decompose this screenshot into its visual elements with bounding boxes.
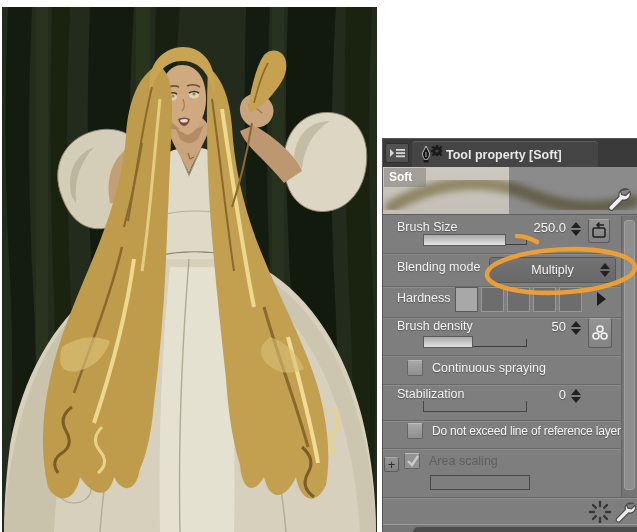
- brush-density-slider[interactable]: [423, 336, 527, 348]
- hardness-level-2[interactable]: [481, 287, 504, 312]
- panel-scrollbar: [621, 216, 637, 497]
- panel-menu-icon: [386, 144, 408, 162]
- add-to-preset-icon: [589, 220, 609, 242]
- blending-mode-spinner-icon: [598, 262, 611, 278]
- brush-preview: Soft: [383, 167, 637, 215]
- separator: [383, 355, 621, 357]
- stabilization-value: 0: [559, 387, 566, 402]
- artwork-canvas: [2, 7, 377, 532]
- hardness-level-1[interactable]: [455, 287, 478, 312]
- brush-density-label: Brush density: [397, 319, 473, 333]
- panel-menu-button[interactable]: [385, 143, 409, 163]
- reference-layer-label: Do not exceed line of reference layer: [432, 424, 621, 438]
- brush-size-preset-button[interactable]: [588, 219, 610, 243]
- stabilization-label: Stabilization: [397, 387, 464, 401]
- tool-name-chip: Soft: [384, 168, 426, 187]
- tab-tool-property[interactable]: Tool property [Soft]: [412, 141, 598, 167]
- stabilization-spinner[interactable]: [569, 388, 582, 404]
- reference-layer-checkbox[interactable]: [407, 423, 423, 439]
- tri-circle-icon: [589, 319, 611, 347]
- hardness-expand-arrow[interactable]: [597, 292, 606, 306]
- screenshot-root: { "artwork": { "description": "Digital p…: [0, 0, 637, 532]
- scrollbar-thumb[interactable]: [624, 220, 635, 490]
- stabilization-slider[interactable]: [423, 401, 527, 412]
- blending-mode-label: Blending mode: [397, 260, 480, 274]
- area-scaling-slider: [430, 475, 530, 490]
- bottom-strip: [383, 524, 637, 532]
- tool-property-panel: Tool property [Soft] Soft Brush Size 250…: [383, 139, 637, 532]
- separator: [383, 448, 621, 450]
- separator: [383, 384, 621, 386]
- continuous-spraying-checkbox[interactable]: [407, 360, 423, 376]
- area-scaling-checkbox[interactable]: [404, 453, 420, 469]
- density-pressure-button[interactable]: [588, 318, 612, 348]
- preview-wrench-icon[interactable]: [604, 184, 632, 213]
- hardness-level-3[interactable]: [507, 287, 530, 312]
- pen-gear-icon: [418, 144, 448, 166]
- hardness-level-5[interactable]: [559, 287, 582, 312]
- reset-settings-icon[interactable]: [587, 499, 613, 523]
- panel-title: Tool property [Soft]: [446, 148, 562, 162]
- next-panel-edge: [413, 527, 637, 532]
- area-scaling-label: Area scaling: [429, 454, 498, 468]
- brush-density-spinner[interactable]: [569, 320, 582, 336]
- brush-density-value: 50: [552, 319, 566, 334]
- brush-size-label: Brush Size: [397, 220, 457, 234]
- check-icon: [406, 454, 420, 468]
- brush-size-spinner[interactable]: [569, 221, 582, 237]
- add-dynamics-button[interactable]: +: [384, 457, 399, 472]
- blending-mode-value: Multiply: [531, 263, 573, 277]
- separator: [383, 420, 621, 422]
- panel-header: Tool property [Soft]: [383, 139, 637, 167]
- continuous-spraying-label: Continuous spraying: [432, 361, 546, 375]
- brush-size-slider[interactable]: [423, 234, 527, 246]
- hardness-level-4[interactable]: [533, 287, 556, 312]
- separator: [383, 253, 621, 255]
- hardness-label: Hardness: [397, 291, 451, 305]
- brush-size-value: 250.0: [533, 220, 566, 235]
- blending-mode-dropdown[interactable]: Multiply: [489, 257, 616, 283]
- tool-settings-wrench-icon[interactable]: [612, 498, 637, 525]
